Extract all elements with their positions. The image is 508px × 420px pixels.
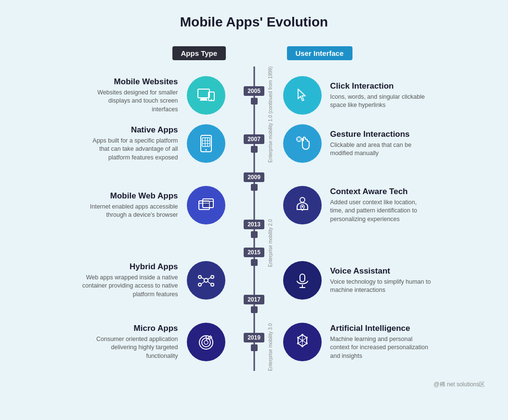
year-marker-2015-2017: 2015 2017 — [235, 248, 274, 313]
left-hybrid-apps: Hybrid Apps Web apps wrapped inside a na… — [33, 261, 235, 300]
micro-apps-desc: Consumer oriented application delivering… — [82, 335, 178, 361]
timeline-row-2005: Mobile Websites Websites designed for sm… — [13, 66, 495, 119]
right-voice: Voice Assistant Voice technology to simp… — [274, 261, 476, 300]
mobile-websites-desc: Websites designed for smaller displays a… — [82, 89, 178, 114]
click-interaction-icon — [283, 76, 322, 115]
timeline-row-2015: Hybrid Apps Web apps wrapped inside a na… — [13, 243, 495, 318]
timeline-dot-2019 — [251, 344, 258, 351]
context-aware-title: Context Aware Tech — [330, 187, 431, 197]
hybrid-apps-icon — [187, 261, 225, 300]
user-interface-label: User Interface — [287, 46, 352, 60]
context-aware-desc: Added user context like location, time, … — [330, 198, 431, 224]
timeline-row-2007: Native Apps Apps built for a specific pl… — [13, 119, 495, 168]
ai-text: Artificial Intelligence Machine learning… — [330, 324, 431, 361]
native-apps-title: Native Apps — [82, 125, 178, 135]
hybrid-apps-desc: Web apps wrapped inside a native contain… — [82, 274, 178, 299]
click-interaction-desc: Icons, words, and singular clickable spa… — [330, 93, 431, 110]
micro-apps-title: Micro Apps — [82, 324, 178, 333]
gesture-icon — [283, 124, 322, 163]
left-mobile-websites: Mobile Websites Websites designed for sm… — [33, 76, 235, 115]
header-labels: Apps Type User Interface — [13, 44, 495, 62]
year-2009: 2009 — [244, 172, 264, 182]
year-2013: 2013 — [244, 220, 264, 229]
timeline-row-2019: Micro Apps Consumer oriented application… — [13, 318, 495, 371]
mobile-websites-text: Mobile Websites Websites designed for sm… — [82, 77, 178, 114]
timeline-dot-2013 — [251, 231, 258, 238]
ai-icon — [283, 323, 322, 361]
timeline-dot-2005 — [251, 98, 258, 105]
hybrid-apps-title: Hybrid Apps — [82, 262, 178, 272]
watermark: @稀 net solutions区 — [434, 381, 485, 389]
timeline-row-2009: Mobile Web Apps Internet enabled apps ac… — [13, 168, 495, 243]
micro-apps-icon — [187, 323, 225, 361]
year-2017: 2017 — [244, 295, 264, 304]
micro-apps-text: Micro Apps Consumer oriented application… — [82, 324, 178, 361]
mobile-web-apps-icon — [187, 186, 225, 224]
gesture-title: Gesture Interactions — [330, 130, 431, 139]
year-marker-2009-2013: 2009 2013 — [235, 172, 274, 238]
voice-title: Voice Assistant — [330, 266, 431, 276]
left-native-apps: Native Apps Apps built for a specific pl… — [33, 124, 235, 163]
ai-title: Artificial Intelligence — [330, 324, 431, 333]
mobile-web-apps-title: Mobile Web Apps — [82, 191, 178, 201]
mobile-websites-title: Mobile Websites — [82, 77, 178, 87]
click-interaction-title: Click Interaction — [330, 81, 431, 91]
year-2015: 2015 — [244, 248, 264, 257]
ai-desc: Machine learning and personal context fo… — [330, 335, 431, 361]
year-marker-2007: 2007 — [235, 134, 274, 153]
context-aware-text: Context Aware Tech Added user context li… — [330, 187, 431, 224]
gesture-desc: Clickable and area that can be modified … — [330, 141, 431, 158]
year-2019: 2019 — [244, 333, 264, 342]
timeline-dot-2015 — [251, 259, 258, 266]
timeline-container: Enterprise mobility 1.0 (continued from … — [13, 66, 495, 371]
right-gesture: Gesture Interactions Clickable and area … — [274, 124, 476, 163]
native-apps-desc: Apps built for a specific platform that … — [82, 137, 178, 162]
left-mobile-web-apps: Mobile Web Apps Internet enabled apps ac… — [33, 186, 235, 224]
voice-desc: Voice technology to simplify human to ma… — [330, 278, 431, 295]
mobile-web-apps-desc: Internet enabled apps accessible through… — [82, 203, 178, 220]
click-interaction-text: Click Interaction Icons, words, and sing… — [330, 81, 431, 110]
left-micro-apps: Micro Apps Consumer oriented application… — [33, 323, 235, 361]
right-click-interaction: Click Interaction Icons, words, and sing… — [274, 76, 476, 115]
mobile-websites-icon — [187, 76, 225, 115]
year-2005: 2005 — [244, 86, 264, 96]
voice-icon — [283, 261, 322, 300]
year-marker-2005: 2005 — [235, 86, 274, 105]
hybrid-apps-text: Hybrid Apps Web apps wrapped inside a na… — [82, 262, 178, 299]
context-aware-icon — [283, 186, 322, 224]
infographic: Apps Type User Interface Enterprise mobi… — [13, 44, 495, 389]
timeline-dot-2009 — [251, 184, 258, 191]
native-apps-text: Native Apps Apps built for a specific pl… — [82, 125, 178, 162]
timeline-dot-2007 — [251, 146, 258, 153]
apps-type-label: Apps Type — [172, 46, 226, 60]
gesture-text: Gesture Interactions Clickable and area … — [330, 130, 431, 158]
year-2007: 2007 — [244, 134, 264, 144]
page-title: Mobile Apps' Evolution — [180, 14, 328, 30]
timeline-dot-2017 — [251, 306, 258, 313]
right-context-aware: Context Aware Tech Added user context li… — [274, 186, 476, 224]
voice-text: Voice Assistant Voice technology to simp… — [330, 266, 431, 295]
native-apps-icon — [187, 124, 225, 163]
mobile-web-apps-text: Mobile Web Apps Internet enabled apps ac… — [82, 191, 178, 220]
year-marker-2019: 2019 — [235, 333, 274, 351]
right-ai: Artificial Intelligence Machine learning… — [274, 323, 476, 361]
